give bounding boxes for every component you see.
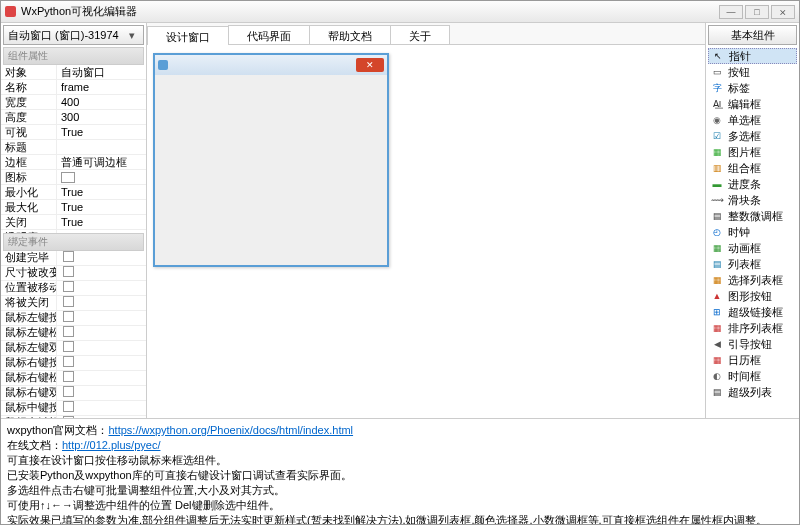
component-item[interactable]: ▬进度条 <box>708 176 797 192</box>
checkbox-icon[interactable] <box>63 341 74 352</box>
component-item[interactable]: ▦选择列表框 <box>708 272 797 288</box>
component-label: 整数微调框 <box>728 209 783 224</box>
component-item[interactable]: ▦图片框 <box>708 144 797 160</box>
close-button[interactable]: ⨯ <box>771 5 795 19</box>
event-row[interactable]: 鼠标右键按下 <box>1 356 146 371</box>
design-window[interactable]: ✕ <box>153 53 389 267</box>
event-value[interactable] <box>57 416 146 418</box>
property-row[interactable]: 最大化True <box>1 200 146 215</box>
property-value[interactable]: frame <box>57 81 146 93</box>
component-item[interactable]: ▤超级列表 <box>708 384 797 400</box>
design-window-titlebar: ✕ <box>155 55 387 75</box>
design-window-close-button[interactable]: ✕ <box>356 58 384 72</box>
component-item[interactable]: ▤整数微调框 <box>708 208 797 224</box>
property-row[interactable]: 名称frame <box>1 80 146 95</box>
component-item[interactable]: ▦动画框 <box>708 240 797 256</box>
property-row[interactable]: 标题 <box>1 140 146 155</box>
component-item[interactable]: ▦日历框 <box>708 352 797 368</box>
component-item[interactable]: ◐时间框 <box>708 368 797 384</box>
component-item[interactable]: ⊞超级链接框 <box>708 304 797 320</box>
event-value[interactable] <box>57 326 146 339</box>
property-row[interactable]: 图标 <box>1 170 146 185</box>
checkbox-icon[interactable] <box>63 401 74 412</box>
component-item[interactable]: 字标签 <box>708 80 797 96</box>
component-item[interactable]: ⟿滑块条 <box>708 192 797 208</box>
tab-0[interactable]: 设计窗口 <box>147 26 229 45</box>
checkbox-icon[interactable] <box>63 326 74 337</box>
event-value[interactable] <box>57 281 146 294</box>
event-value[interactable] <box>57 386 146 399</box>
checkbox-icon[interactable] <box>63 356 74 367</box>
component-item[interactable]: ◀引导按钮 <box>708 336 797 352</box>
component-item[interactable]: ☑多选框 <box>708 128 797 144</box>
component-item[interactable]: ▥组合框 <box>708 160 797 176</box>
component-item[interactable]: ▤列表框 <box>708 256 797 272</box>
design-canvas[interactable]: ✕ <box>147 45 705 418</box>
checkbox-icon[interactable] <box>63 311 74 322</box>
property-value[interactable] <box>57 171 146 184</box>
property-row[interactable]: 边框普通可调边框 <box>1 155 146 170</box>
event-value[interactable] <box>57 341 146 354</box>
property-value[interactable]: 300 <box>57 111 146 123</box>
property-row[interactable]: 关闭True <box>1 215 146 230</box>
property-row[interactable]: 最小化True <box>1 185 146 200</box>
event-row[interactable]: 鼠标右键松开 <box>1 371 146 386</box>
property-value[interactable]: True <box>57 201 146 213</box>
object-selector[interactable]: 自动窗口 (窗口)-31974 ▾ <box>3 25 144 45</box>
event-row[interactable]: 鼠标左键双击 <box>1 341 146 356</box>
event-row[interactable]: 鼠标中键松开 <box>1 416 146 419</box>
wxpython-docs-link[interactable]: https://wxpython.org/Phoenix/docs/html/i… <box>108 424 353 436</box>
event-row[interactable]: 鼠标左键松开 <box>1 326 146 341</box>
checkbox-icon[interactable] <box>63 371 74 382</box>
event-row[interactable]: 鼠标左键按下 <box>1 311 146 326</box>
checkbox-icon[interactable] <box>63 281 74 292</box>
event-value[interactable] <box>57 251 146 264</box>
maximize-button[interactable]: □ <box>745 5 769 19</box>
property-row[interactable]: 可视True <box>1 125 146 140</box>
online-docs-link[interactable]: http://012.plus/pyec/ <box>62 439 160 451</box>
component-item[interactable]: ◉单选框 <box>708 112 797 128</box>
event-row[interactable]: 鼠标中键按下 <box>1 401 146 416</box>
event-row[interactable]: 尺寸被改变 <box>1 266 146 281</box>
property-row[interactable]: 对象自动窗口 <box>1 65 146 80</box>
event-row[interactable]: 鼠标右键双击 <box>1 386 146 401</box>
component-item[interactable]: ▭按钮 <box>708 64 797 80</box>
events-section-header: 绑定事件 <box>3 233 144 251</box>
checkbox-icon[interactable] <box>63 416 74 418</box>
event-row[interactable]: 位置被移动 <box>1 281 146 296</box>
event-value[interactable] <box>57 296 146 309</box>
event-row[interactable]: 创建完毕 <box>1 251 146 266</box>
checkbox-icon[interactable] <box>63 386 74 397</box>
event-row[interactable]: 将被关闭 <box>1 296 146 311</box>
property-row[interactable]: 宽度400 <box>1 95 146 110</box>
component-label: 标签 <box>728 81 750 96</box>
checkbox-icon[interactable] <box>63 251 74 262</box>
checkbox-icon[interactable] <box>63 296 74 307</box>
property-row[interactable]: 高度300 <box>1 110 146 125</box>
property-value[interactable]: True <box>57 216 146 228</box>
tab-3[interactable]: 关于 <box>390 25 450 44</box>
tab-1[interactable]: 代码界面 <box>228 25 310 44</box>
component-item[interactable]: ↖指针 <box>708 48 797 64</box>
component-item[interactable]: ▲图形按钮 <box>708 288 797 304</box>
event-value[interactable] <box>57 356 146 369</box>
tab-2[interactable]: 帮助文档 <box>309 25 391 44</box>
event-value[interactable] <box>57 371 146 384</box>
property-value[interactable]: 400 <box>57 96 146 108</box>
property-value[interactable]: True <box>57 186 146 198</box>
property-value[interactable]: 自动窗口 <box>57 65 146 80</box>
component-label: 时钟 <box>728 225 750 240</box>
component-item[interactable]: A͟I编辑框 <box>708 96 797 112</box>
component-label: 图形按钮 <box>728 289 772 304</box>
component-item[interactable]: ◴时钟 <box>708 224 797 240</box>
component-item[interactable]: ▦排序列表框 <box>708 320 797 336</box>
event-value[interactable] <box>57 311 146 324</box>
property-name: 边框 <box>1 155 57 170</box>
property-value[interactable]: 普通可调边框 <box>57 155 146 170</box>
event-value[interactable] <box>57 266 146 279</box>
checkbox-icon[interactable] <box>63 266 74 277</box>
minimize-button[interactable]: — <box>719 5 743 19</box>
property-value[interactable]: 255 <box>57 231 146 233</box>
property-value[interactable]: True <box>57 126 146 138</box>
event-value[interactable] <box>57 401 146 414</box>
